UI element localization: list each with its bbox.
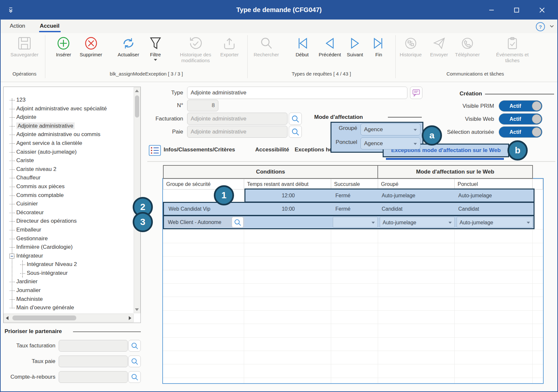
visible-prim-toggle[interactable]: Actif <box>499 100 542 112</box>
tree-item[interactable]: Caissier (auto-jumelage) <box>4 148 133 157</box>
horizontal-scroll-thumb[interactable] <box>12 315 76 320</box>
close-button[interactable] <box>536 5 548 15</box>
previous-record-button[interactable]: Précédent <box>319 36 341 58</box>
events-tasks-button[interactable]: Événements et tâches <box>490 36 535 63</box>
minimize-button[interactable] <box>486 5 497 15</box>
column-header-grouped[interactable]: Groupé <box>378 179 455 189</box>
communication-history-button[interactable]: Historique <box>400 36 422 58</box>
tree-item[interactable]: Machiniste <box>4 295 133 304</box>
column-header-time-before-start[interactable]: Temps restant avant début <box>244 179 331 189</box>
scroll-left-icon[interactable] <box>6 316 8 320</box>
tree-item[interactable]: Cuisinier <box>4 200 133 208</box>
pay-rate-label: Taux paie <box>10 358 55 365</box>
security-group-search-button[interactable] <box>232 217 243 228</box>
previous-record-icon <box>322 36 337 51</box>
help-icon[interactable]: ? <box>536 22 545 31</box>
ribbon-collapse-chevron-icon[interactable] <box>550 25 554 28</box>
tree-item-expandable[interactable]: Intégrateur <box>4 252 133 260</box>
tree-item[interactable]: Directeur des opérations <box>4 217 133 226</box>
tree-item-selected[interactable]: Adjointe administrative <box>4 122 133 131</box>
scroll-up-icon[interactable] <box>135 90 139 92</box>
tree-item[interactable]: Jardinier <box>4 277 133 286</box>
export-button[interactable]: Exporter <box>220 36 239 58</box>
send-button[interactable]: Envoyer <box>430 36 448 58</box>
column-header-punctual[interactable]: Ponctuel <box>454 179 533 189</box>
filter-dropdown-chevron-icon[interactable] <box>154 59 157 61</box>
save-button[interactable]: Sauvegarder <box>10 36 38 58</box>
tree-item[interactable]: Commis comptable <box>4 191 133 200</box>
last-record-label: Fin <box>375 52 382 58</box>
save-icon <box>17 36 32 51</box>
tree-item[interactable]: Cariste niveau 2 <box>4 165 133 174</box>
billing-search-button[interactable] <box>289 113 302 125</box>
tree-item[interactable]: Chauffeur <box>4 174 133 182</box>
pay-field[interactable]: Adjointe administrative <box>187 126 287 138</box>
tree-item-child[interactable]: Sous-intégrateur <box>4 269 133 278</box>
vertical-scroll-thumb[interactable] <box>135 95 139 118</box>
tree-item[interactable]: Cariste <box>4 156 133 165</box>
tree-item-child[interactable]: Intégrateur Niveau 2 <box>4 260 133 269</box>
communication-history-icon <box>403 36 418 51</box>
type-comment-button[interactable] <box>410 87 422 99</box>
pay-rate-search-button[interactable] <box>128 356 141 367</box>
ribbon-tab-accueil[interactable]: Accueil <box>40 23 59 29</box>
countdown-field[interactable] <box>59 371 128 383</box>
column-header-branch[interactable]: Succursale <box>331 179 378 189</box>
tree-item[interactable]: Agent service à la clientèle <box>4 139 133 148</box>
tree-item[interactable]: Décorateur <box>4 208 133 217</box>
group-label-communications: Communications et tâches <box>447 71 504 77</box>
maximize-button[interactable] <box>511 5 522 15</box>
modification-history-button[interactable]: Historique des modifications <box>169 36 222 63</box>
billing-rate-field[interactable] <box>59 340 128 352</box>
search-records-button[interactable]: Rechercher <box>254 36 279 58</box>
section-divider <box>73 331 141 332</box>
selection-allowed-toggle[interactable]: Actif <box>499 126 542 138</box>
tree-item[interactable]: Gestionnaire <box>4 234 133 243</box>
punctual-dropdown[interactable]: Auto-jumelage <box>457 217 533 228</box>
chevron-down-icon <box>527 222 530 224</box>
phone-button[interactable]: Téléphoner <box>455 36 480 58</box>
cell-branch: Fermé <box>335 189 350 202</box>
visible-web-toggle[interactable]: Actif <box>499 113 542 125</box>
tab-infos-classements[interactable]: Infos/Classements/Critères <box>164 147 235 153</box>
table-row-3-editing[interactable]: Web Client - Autonome Auto-jumelage Auto… <box>163 215 535 229</box>
tree-collapse-toggle[interactable] <box>9 254 14 259</box>
grouped-dropdown[interactable]: Agence <box>360 123 420 135</box>
delete-button[interactable]: Supprimer <box>80 36 102 58</box>
tab-accessibilite[interactable]: Accessibilité <box>255 147 289 153</box>
scroll-down-icon[interactable] <box>135 308 139 311</box>
countdown-search-button[interactable] <box>128 371 141 383</box>
cell-punctual: Auto-jumelage <box>458 189 492 202</box>
refresh-button[interactable]: Actualiser <box>118 36 139 58</box>
scroll-right-icon[interactable] <box>129 316 131 320</box>
column-header-security-group[interactable]: Groupe de sécurité <box>163 179 244 189</box>
tree-item[interactable]: Adjointe <box>4 113 133 122</box>
tree-horizontal-scrollbar[interactable] <box>4 314 134 322</box>
ribbon-tab-action[interactable]: Action <box>10 23 25 29</box>
grouped-dropdown[interactable]: Auto-jumelage <box>380 217 455 228</box>
pay-rate-field[interactable] <box>59 356 128 367</box>
last-record-button[interactable]: Fin <box>371 36 386 58</box>
insert-button[interactable]: Insérer <box>56 36 71 58</box>
pay-search-button[interactable] <box>289 126 302 138</box>
type-field[interactable]: Adjointe administrative <box>187 87 407 99</box>
visible-web-label: Visible Web <box>435 116 494 122</box>
tree-item[interactable]: Main d'oeuvre générale <box>4 303 133 312</box>
tree-item[interactable]: Adjoint administrative avec spécialité <box>4 105 133 113</box>
tree-item[interactable]: Infirmière (Cardiologie) <box>4 243 133 252</box>
save-label: Sauvegarder <box>10 52 38 58</box>
next-record-button[interactable]: Suivant <box>347 36 363 58</box>
first-record-button[interactable]: Début <box>295 36 310 58</box>
tree-item[interactable]: Commis aux pièces <box>4 182 133 191</box>
tree-item[interactable]: Adjointe administrative ou commis <box>4 130 133 139</box>
tree-item[interactable]: Journalier <box>4 286 133 295</box>
cell-grouped: Auto-jumelage <box>382 189 415 202</box>
tree-item[interactable]: Emballeur <box>4 226 133 234</box>
punctual-dropdown[interactable]: Agence <box>360 137 420 149</box>
billing-field[interactable]: Adjointe administrative <box>187 113 287 125</box>
branch-dropdown[interactable] <box>333 217 378 228</box>
table-row-1[interactable]: 12:00 Fermé Auto-jumelage Auto-jumelage <box>244 189 535 203</box>
billing-rate-search-button[interactable] <box>128 340 141 352</box>
tree-item[interactable]: 123 <box>4 96 133 105</box>
filter-button[interactable]: Filtre <box>148 36 163 61</box>
